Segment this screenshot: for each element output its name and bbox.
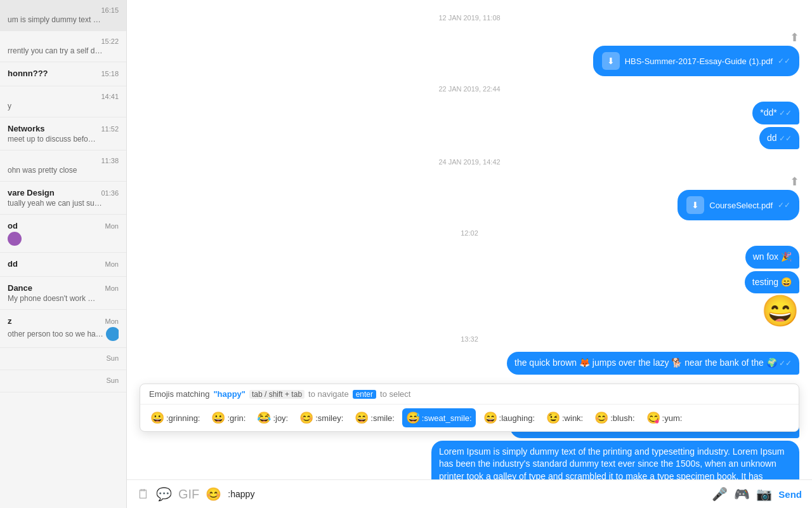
- emoji-glyph: 😉: [546, 411, 560, 425]
- emoji-item[interactable]: 😂:joy:: [253, 408, 292, 427]
- file-bubble: ⬇HBS-Summer-2017-Essay-Guide (1).pdf ✓✓: [593, 46, 799, 76]
- emoji-glyph: 😋: [646, 411, 660, 425]
- emoji-label: :yum:: [662, 413, 683, 423]
- msg-wrapper: wn fox 🎉: [745, 246, 799, 269]
- sidebar-preview-chat2: rrently you can try a self d…: [8, 46, 119, 55]
- sidebar-preview-chat7: tually yeah we can just su…: [8, 199, 119, 208]
- input-area: 🗒 💬 GIF 😊 🎤 🎮 📷 Send: [127, 479, 812, 508]
- msg-wrapper: testing 😄: [745, 271, 799, 294]
- send-button[interactable]: Send: [778, 489, 802, 500]
- emoji-glyph: 😀: [211, 411, 225, 425]
- message-bubble: Lorem Ipsum is simply dummy text of the …: [431, 441, 799, 479]
- sidebar-item-chat3[interactable]: honnn???15:18: [0, 62, 126, 86]
- sidebar-item-chat7[interactable]: vare Design01:36tually yeah we can just …: [0, 182, 126, 215]
- sidebar-name-chat9: dd: [8, 259, 18, 269]
- sidebar-time-chat9: Mon: [105, 260, 119, 268]
- file-actions: ⬆: [790, 30, 799, 44]
- msg-wrapper: *dd* ✓✓: [752, 102, 799, 124]
- enter-key: enter: [353, 390, 376, 399]
- sidebar-item-chat8[interactable]: odMon: [0, 215, 126, 253]
- sidebar-item-chat4[interactable]: 14:41y: [0, 86, 126, 117]
- sidebar-item-chat12[interactable]: Sun: [0, 348, 126, 370]
- nav-hint: to navigate: [308, 389, 349, 399]
- share-button[interactable]: ⬆: [790, 175, 799, 189]
- emoji-glyph: 😄: [355, 411, 369, 425]
- mic-icon[interactable]: 🎤: [712, 486, 728, 502]
- sidebar-time-chat3: 15:18: [101, 70, 119, 77]
- sidebar-item-chat9[interactable]: ddMon: [0, 253, 126, 277]
- sidebar-item-chat2[interactable]: 15:22rrently you can try a self d…: [0, 31, 126, 62]
- sidebar: 16:15um is simply dummy text …15:22rrent…: [0, 0, 127, 508]
- sidebar-name-chat7: vare Design: [8, 188, 55, 197]
- message-row: ⬆⬇HBS-Summer-2017-Essay-Guide (1).pdf ✓✓: [140, 30, 799, 76]
- emoji-item[interactable]: 😀:grinning:: [147, 408, 204, 427]
- sidebar-name-chat5: Networks: [8, 124, 45, 133]
- message-bubble: the quick brown 🦊 jumps over the lazy 🐕 …: [507, 352, 799, 375]
- sticker-icon[interactable]: 🗒: [137, 487, 150, 502]
- game-icon[interactable]: 🎮: [734, 486, 750, 502]
- date-separator: 22 JAN 2019, 22:44: [140, 85, 799, 93]
- sidebar-preview-chat10: My phone doesn't work …: [8, 294, 119, 303]
- message-row: ⬆⬇CourseSelect.pdf ✓✓: [140, 175, 799, 220]
- sidebar-time-chat13: Sun: [106, 377, 119, 384]
- check-icon: ✓✓: [778, 201, 790, 210]
- emoji-bubble-icon[interactable]: 💬: [156, 486, 172, 502]
- file-name: CourseSelect.pdf: [709, 201, 773, 210]
- sidebar-item-chat11[interactable]: zMonother person too so we ha…: [0, 310, 126, 348]
- file-actions: ⬆: [790, 175, 799, 189]
- emoji-item[interactable]: 😄:laughing:: [480, 408, 539, 427]
- emoji-glyph: 😂: [257, 411, 271, 425]
- gif-icon[interactable]: GIF: [178, 487, 199, 502]
- emoji-glyph: 😅: [406, 411, 420, 425]
- sidebar-time-chat4: 14:41: [101, 93, 119, 100]
- sidebar-time-chat1: 16:15: [101, 6, 119, 14]
- camera-icon[interactable]: 📷: [756, 486, 772, 502]
- sidebar-time-chat5: 11:52: [101, 125, 119, 133]
- sidebar-time-chat7: 01:36: [101, 189, 119, 197]
- sidebar-time-chat11: Mon: [105, 318, 119, 325]
- message-input[interactable]: [228, 489, 705, 499]
- emoji-keyword: "happy": [213, 389, 246, 399]
- message-bubble: *dd* ✓✓: [752, 102, 799, 124]
- sidebar-time-chat6: 11:38: [101, 157, 119, 164]
- check-icon: ✓✓: [777, 134, 792, 143]
- sidebar-preview-chat11: other person too so we ha…: [8, 327, 119, 341]
- share-button[interactable]: ⬆: [790, 30, 799, 44]
- emoji-item[interactable]: 😊:blush:: [591, 408, 638, 427]
- sidebar-item-chat1[interactable]: 16:15um is simply dummy text …: [0, 0, 126, 31]
- message-bubble: testing 😄: [745, 271, 799, 294]
- sidebar-item-chat5[interactable]: Networks11:52meet up to discuss befo…: [0, 117, 126, 150]
- message-row: Lorem Ipsum is simply dummy text of the …: [140, 441, 799, 479]
- date-separator: 13:32: [140, 335, 799, 343]
- message-row: the quick brown 🦊 jumps over the lazy 🐕 …: [140, 352, 799, 375]
- sidebar-item-chat6[interactable]: 11:38ohn was pretty close: [0, 150, 126, 182]
- msg-wrapper: dd ✓✓: [759, 127, 799, 150]
- sidebar-time-chat8: Mon: [105, 222, 119, 230]
- emoji-label: :grinning:: [166, 413, 200, 423]
- msg-wrapper: ⬆⬇CourseSelect.pdf ✓✓: [678, 175, 799, 220]
- date-separator: 24 JAN 2019, 14:42: [140, 158, 799, 166]
- emoji-glyph: 😊: [299, 411, 313, 425]
- emoji-icon[interactable]: 😊: [206, 486, 221, 502]
- msg-wrapper: the quick brown 🦊 jumps over the lazy 🐕 …: [507, 352, 799, 375]
- emoji-item[interactable]: 😀:grin:: [207, 408, 249, 427]
- emoji-item[interactable]: 😅:sweat_smile:: [402, 408, 476, 427]
- date-separator: 12:02: [140, 229, 799, 237]
- emoji-item[interactable]: 😄:smile:: [351, 408, 398, 427]
- message-row: testing 😄: [140, 271, 799, 294]
- sidebar-item-chat13[interactable]: Sun: [0, 370, 126, 392]
- sidebar-time-chat2: 15:22: [101, 37, 119, 45]
- emoji-item[interactable]: 😋:yum:: [643, 408, 686, 427]
- file-icon: ⬇: [602, 52, 620, 70]
- emoji-item[interactable]: 😉:wink:: [542, 408, 587, 427]
- check-icon: ✓✓: [777, 359, 792, 368]
- file-name: HBS-Summer-2017-Essay-Guide (1).pdf: [625, 57, 773, 66]
- date-separator: 12 JAN 2019, 11:08: [140, 14, 799, 22]
- emoji-item[interactable]: 😊:smiley:: [296, 408, 347, 427]
- sidebar-name-chat3: honnn???: [8, 69, 48, 78]
- sidebar-preview-chat5: meet up to discuss befo…: [8, 135, 119, 144]
- message-row: wn fox 🎉: [140, 246, 799, 269]
- sidebar-item-chat10[interactable]: DanceMonMy phone doesn't work …: [0, 277, 126, 310]
- msg-wrapper: ⬆⬇HBS-Summer-2017-Essay-Guide (1).pdf ✓✓: [593, 30, 799, 76]
- sidebar-name-chat8: od: [8, 221, 18, 231]
